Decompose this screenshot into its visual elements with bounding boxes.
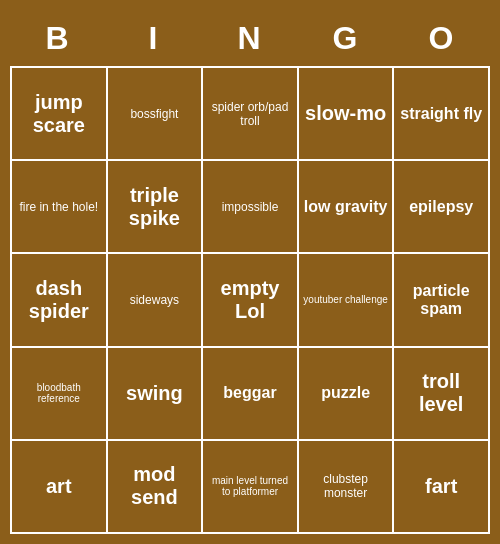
bingo-cell-15: bloodbath reference	[12, 348, 108, 441]
bingo-cell-10: dash spider	[12, 254, 108, 347]
bingo-cell-5: fire in the hole!	[12, 161, 108, 254]
bingo-cell-20: art	[12, 441, 108, 534]
bingo-cell-21: mod send	[108, 441, 204, 534]
bingo-cell-13: youtuber challenge	[299, 254, 395, 347]
bingo-cell-4: straight fly	[394, 68, 490, 161]
header-g: G	[298, 10, 394, 66]
header-n: N	[202, 10, 298, 66]
bingo-header: B I N G O	[10, 10, 490, 66]
bingo-cell-9: epilepsy	[394, 161, 490, 254]
bingo-cell-16: swing	[108, 348, 204, 441]
bingo-cell-11: sideways	[108, 254, 204, 347]
bingo-cell-6: triple spike	[108, 161, 204, 254]
header-i: I	[106, 10, 202, 66]
header-b: B	[10, 10, 106, 66]
bingo-cell-14: particle spam	[394, 254, 490, 347]
bingo-cell-8: low gravity	[299, 161, 395, 254]
bingo-cell-17: beggar	[203, 348, 299, 441]
bingo-cell-1: bossfight	[108, 68, 204, 161]
bingo-cell-24: fart	[394, 441, 490, 534]
bingo-cell-0: jump scare	[12, 68, 108, 161]
header-o: O	[394, 10, 490, 66]
bingo-cell-3: slow-mo	[299, 68, 395, 161]
bingo-cell-12: empty Lol	[203, 254, 299, 347]
bingo-cell-22: main level turned to platformer	[203, 441, 299, 534]
bingo-cell-19: troll level	[394, 348, 490, 441]
bingo-cell-23: clubstep monster	[299, 441, 395, 534]
bingo-cell-18: puzzle	[299, 348, 395, 441]
bingo-grid: jump scarebossfightspider orb/pad trolls…	[10, 66, 490, 534]
bingo-cell-7: impossible	[203, 161, 299, 254]
bingo-card: B I N G O jump scarebossfightspider orb/…	[10, 10, 490, 534]
bingo-cell-2: spider orb/pad troll	[203, 68, 299, 161]
